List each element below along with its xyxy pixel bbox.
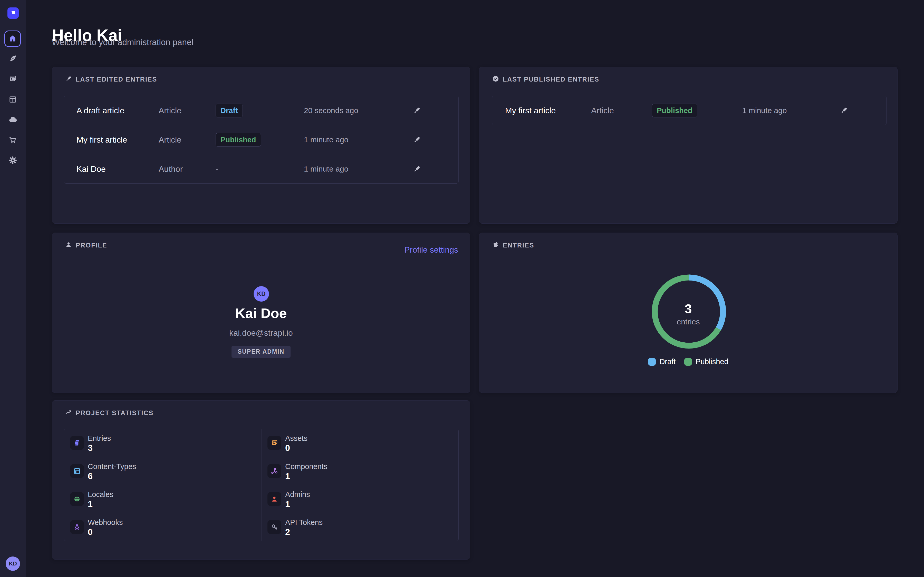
user-initials: KD bbox=[9, 560, 17, 567]
entries-panel: ENTRIES 3 entries Draft Published bbox=[479, 233, 898, 393]
entry-title: My first article bbox=[505, 106, 556, 115]
published-color-chip bbox=[684, 358, 692, 366]
stat-cell-components: Components 1 bbox=[261, 457, 459, 485]
stat-label: Entries bbox=[88, 434, 111, 443]
entry-title: Kai Doe bbox=[76, 164, 106, 174]
profile-avatar: KD bbox=[254, 286, 269, 301]
edit-entry-button[interactable] bbox=[410, 132, 424, 147]
sidebar-item-cloud[interactable] bbox=[7, 114, 18, 126]
legend-label: Draft bbox=[659, 358, 675, 366]
entries-stat-icon bbox=[70, 436, 84, 450]
table-row: My first article Article Published 1 min… bbox=[64, 125, 459, 154]
status-badge: Published bbox=[652, 103, 697, 117]
entry-time: 1 minute ago bbox=[304, 135, 348, 144]
sidebar-divider bbox=[0, 551, 26, 551]
stat-label: Webhooks bbox=[88, 518, 123, 527]
stat-cell-entries: Entries 3 bbox=[64, 429, 261, 457]
legend-item-published: Published bbox=[684, 358, 728, 366]
stat-cell-admins: Admins 1 bbox=[261, 485, 459, 513]
legend-label: Published bbox=[696, 358, 728, 366]
puzzle-blob-icon bbox=[492, 241, 499, 249]
panel-header: PROJECT STATISTICS bbox=[65, 409, 153, 417]
stat-value: 6 bbox=[88, 471, 93, 481]
home-icon bbox=[8, 34, 17, 44]
stat-value: 0 bbox=[285, 443, 290, 453]
page-subtitle: Welcome to your administration panel bbox=[52, 37, 194, 47]
draft-color-chip bbox=[648, 358, 656, 366]
sidebar-item-settings[interactable] bbox=[7, 155, 18, 166]
profile-name: Kai Doe bbox=[52, 305, 470, 321]
status-badge: Published bbox=[216, 133, 261, 147]
api-tokens-stat-icon bbox=[267, 520, 281, 534]
feather-pen-icon bbox=[8, 54, 18, 64]
assets-stat-icon bbox=[267, 436, 281, 450]
edit-entry-button[interactable] bbox=[410, 103, 424, 118]
stat-value: 1 bbox=[285, 471, 290, 481]
panel-title: PROJECT STATISTICS bbox=[76, 409, 153, 417]
last-edited-entries-panel: LAST EDITED ENTRIES A draft article Arti… bbox=[52, 67, 470, 224]
profile-settings-link[interactable]: Profile settings bbox=[404, 245, 458, 255]
sidebar: KD bbox=[0, 0, 26, 577]
stat-cell-assets: Assets 0 bbox=[261, 429, 459, 457]
legend-item-draft: Draft bbox=[648, 358, 675, 366]
panel-title: LAST PUBLISHED ENTRIES bbox=[503, 76, 599, 83]
edit-entry-button[interactable] bbox=[837, 103, 851, 118]
project-statistics-panel: PROJECT STATISTICS Entries 3 bbox=[52, 400, 470, 559]
stat-label: Components bbox=[285, 463, 327, 471]
stat-value: 1 bbox=[88, 499, 93, 509]
entry-type: Author bbox=[158, 164, 183, 174]
trending-up-icon bbox=[65, 409, 72, 417]
sidebar-item-content-manager[interactable] bbox=[7, 53, 18, 64]
panel-header: LAST EDITED ENTRIES bbox=[65, 75, 157, 83]
sidebar-item-content-type-builder[interactable] bbox=[7, 94, 18, 106]
stat-cell-locales: Locales 1 bbox=[64, 485, 261, 513]
edit-entry-button[interactable] bbox=[410, 162, 424, 176]
admins-stat-icon bbox=[267, 492, 281, 506]
pencil-icon bbox=[65, 75, 72, 83]
entry-time: 1 minute ago bbox=[742, 106, 787, 115]
stat-value: 0 bbox=[88, 527, 93, 537]
stat-cell-content-types: Content-Types 6 bbox=[64, 457, 261, 485]
check-circle-icon bbox=[492, 75, 499, 83]
person-icon bbox=[65, 241, 72, 249]
panel-title: ENTRIES bbox=[503, 242, 534, 249]
entries-unit: entries bbox=[479, 318, 897, 326]
panel-header: LAST PUBLISHED ENTRIES bbox=[492, 75, 599, 83]
sidebar-item-marketplace[interactable] bbox=[7, 135, 18, 147]
shopping-cart-icon bbox=[8, 135, 18, 146]
table-row: My first article Article Published 1 min… bbox=[492, 96, 886, 125]
entry-type: Article bbox=[591, 106, 614, 115]
stat-cell-api-tokens: API Tokens 2 bbox=[261, 513, 459, 541]
stat-cell-webhooks: Webhooks 0 bbox=[64, 513, 261, 541]
entries-table: My first article Article Published 1 min… bbox=[492, 96, 887, 125]
entry-type: Article bbox=[158, 135, 181, 144]
content-types-stat-icon bbox=[70, 464, 84, 478]
stat-label: Locales bbox=[88, 490, 113, 499]
panel-title: PROFILE bbox=[76, 242, 107, 249]
sidebar-item-media-library[interactable] bbox=[7, 74, 18, 85]
profile-panel: PROFILE Profile settings KD Kai Doe kai.… bbox=[52, 233, 470, 393]
sidebar-item-home[interactable] bbox=[4, 31, 21, 47]
panel-header: PROFILE bbox=[65, 241, 107, 249]
table-row: A draft article Article Draft 20 seconds… bbox=[64, 96, 459, 125]
user-avatar[interactable]: KD bbox=[6, 556, 20, 571]
strapi-logo-icon bbox=[10, 9, 17, 17]
status-badge: - bbox=[216, 164, 218, 174]
webhooks-stat-icon bbox=[70, 520, 84, 534]
stat-value: 1 bbox=[285, 499, 290, 509]
stat-label: API Tokens bbox=[285, 518, 323, 527]
stats-grid: Entries 3 Assets 0 bbox=[64, 429, 459, 541]
media-library-icon bbox=[8, 74, 18, 85]
cloud-icon bbox=[8, 114, 18, 126]
strapi-logo[interactable] bbox=[7, 7, 19, 19]
sidebar-divider bbox=[0, 26, 26, 26]
profile-initials: KD bbox=[257, 290, 265, 298]
entry-time: 1 minute ago bbox=[304, 164, 348, 173]
profile-email: kai.doe@strapi.io bbox=[52, 328, 470, 338]
status-badge: Draft bbox=[216, 103, 243, 117]
panel-header: ENTRIES bbox=[492, 241, 534, 249]
table-row: Kai Doe Author - 1 minute ago bbox=[64, 154, 459, 183]
gear-icon bbox=[8, 156, 18, 166]
chart-legend: Draft Published bbox=[479, 358, 897, 366]
strapi-dashboard: KD Hello Kai Welcome to your administrat… bbox=[0, 0, 924, 577]
